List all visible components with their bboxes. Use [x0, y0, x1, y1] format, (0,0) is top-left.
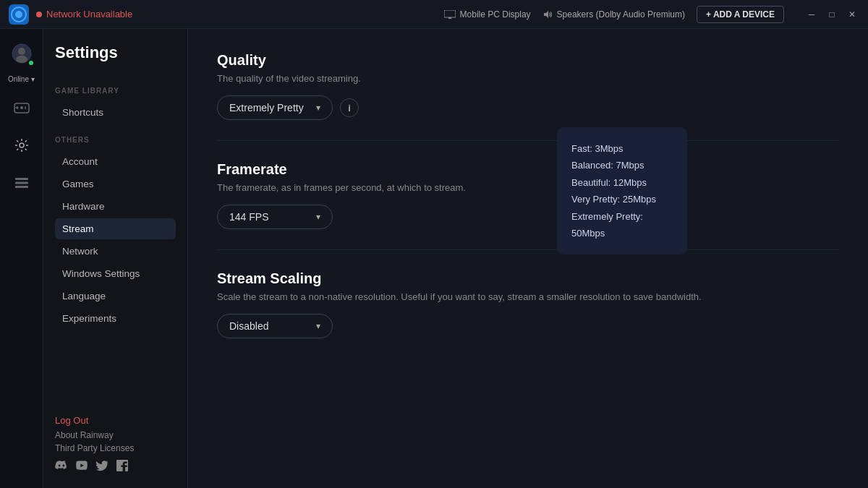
svg-rect-3: [444, 10, 456, 17]
framerate-chevron-icon: ▾: [316, 212, 320, 222]
online-badge: [27, 59, 35, 67]
online-label[interactable]: Online ▾: [8, 75, 35, 83]
svg-rect-14: [25, 108, 26, 110]
svg-point-2: [15, 11, 22, 18]
avatar-button[interactable]: [6, 38, 38, 69]
sidebar-icon-games[interactable]: [6, 92, 38, 124]
display-label: Mobile PC Display: [460, 9, 531, 20]
close-button[interactable]: ✕: [845, 7, 859, 22]
network-dot: [36, 12, 42, 17]
about-link[interactable]: About Rainway: [55, 430, 176, 440]
sidebar-item-games[interactable]: Games: [55, 174, 176, 194]
divider-2: [217, 249, 839, 250]
sidebar-item-account[interactable]: Account: [55, 151, 176, 172]
titlebar-right: Mobile PC Display Speakers (Dolby Audio …: [444, 6, 859, 23]
discord-icon[interactable]: [55, 459, 69, 474]
online-label-row: Online ▾: [8, 75, 35, 83]
svg-point-8: [16, 56, 27, 63]
sidebar-item-experiments[interactable]: Experiments: [55, 308, 176, 329]
tooltip-line-1: Fast: 3Mbps: [571, 140, 673, 157]
speaker-label: Speakers (Dolby Audio Premium): [557, 9, 685, 20]
stream-scaling-controls: Disabled ▾: [217, 314, 839, 338]
stream-scaling-dropdown-value: Disabled: [229, 320, 268, 332]
divider-1: [217, 140, 839, 141]
app-icon: [9, 4, 29, 25]
sidebar-item-shortcuts[interactable]: Shortcuts: [55, 102, 176, 123]
main-layout: Online ▾: [0, 29, 868, 488]
speaker-info: Speakers (Dolby Audio Premium): [542, 9, 685, 20]
settings-icon: [14, 137, 30, 153]
games-icon: [14, 100, 30, 116]
svg-rect-18: [15, 186, 28, 188]
framerate-section: Framerate The framerate, as in frames pe…: [217, 161, 839, 229]
tooltip-line-2: Balanced: 7Mbps: [571, 157, 673, 174]
framerate-dropdown-value: 144 FPS: [229, 211, 268, 223]
sidebar-item-network[interactable]: Network: [55, 241, 176, 262]
stream-scaling-dropdown[interactable]: Disabled ▾: [217, 314, 333, 338]
sidebar-icon-settings[interactable]: [6, 129, 38, 161]
tooltip-line-3: Beautiful: 12Mbps: [571, 174, 673, 191]
svg-point-15: [20, 143, 24, 147]
quality-info-button[interactable]: i: [340, 98, 359, 117]
window-controls: ─ □ ✕: [804, 7, 859, 22]
logout-link[interactable]: Log Out: [55, 415, 176, 426]
quality-section: Quality The quality of the video streami…: [217, 52, 839, 120]
tooltip-line-5: Extremely Pretty:50Mbps: [571, 208, 673, 242]
twitter-icon[interactable]: [95, 459, 110, 474]
network-status-label: Network Unavailable: [46, 9, 132, 20]
game-library-section-label: GAME LIBRARY: [55, 87, 176, 95]
framerate-dropdown[interactable]: 144 FPS ▾: [217, 205, 333, 229]
quality-chevron-icon: ▾: [316, 103, 320, 113]
sidebar-item-language[interactable]: Language: [55, 286, 176, 307]
tooltip-line-4: Very Pretty: 25Mbps: [571, 191, 673, 207]
quality-controls: Extremely Pretty ▾ i: [217, 95, 839, 120]
social-icons: [55, 459, 176, 474]
sidebar-footer: Log Out About Rainway Third Party Licens…: [55, 415, 176, 474]
list-icon: [14, 175, 30, 191]
sidebar-icon-list[interactable]: [6, 167, 38, 199]
stream-scaling-desc: Scale the stream to a non-native resolut…: [217, 291, 839, 302]
svg-marker-5: [544, 11, 548, 18]
add-device-button[interactable]: + ADD A DEVICE: [697, 6, 784, 23]
facebook-icon[interactable]: [116, 459, 130, 474]
svg-rect-4: [448, 17, 451, 19]
sidebar-item-stream[interactable]: Stream: [55, 218, 176, 239]
sidebar-item-windows-settings[interactable]: Windows Settings: [55, 263, 176, 284]
quality-title: Quality: [217, 52, 839, 69]
svg-rect-12: [15, 107, 18, 108]
others-section-label: OTHERS: [55, 136, 176, 144]
framerate-controls: 144 FPS ▾: [217, 205, 839, 229]
stream-scaling-section: Stream Scaling Scale the stream to a non…: [217, 270, 839, 338]
minimize-button[interactable]: ─: [804, 7, 819, 22]
display-info: Mobile PC Display: [444, 9, 531, 20]
framerate-desc: The framerate, as in frames per second, …: [217, 182, 839, 193]
licenses-link[interactable]: Third Party Licenses: [55, 443, 176, 453]
stream-scaling-chevron-icon: ▾: [316, 321, 320, 331]
icon-sidebar: Online ▾: [0, 29, 43, 488]
network-status: Network Unavailable: [36, 9, 132, 20]
main-content: Quality The quality of the video streami…: [188, 29, 868, 488]
quality-desc: The quality of the video streaming.: [217, 73, 839, 84]
monitor-icon: [444, 10, 456, 19]
quality-tooltip: Fast: 3Mbps Balanced: 7Mbps Beautiful: 1…: [557, 127, 687, 254]
stream-scaling-title: Stream Scaling: [217, 270, 839, 287]
maximize-button[interactable]: □: [825, 7, 839, 22]
svg-point-10: [20, 106, 23, 109]
svg-rect-16: [15, 178, 28, 180]
svg-point-7: [18, 48, 25, 55]
youtube-icon[interactable]: [75, 459, 90, 474]
quality-dropdown[interactable]: Extremely Pretty ▾: [217, 95, 333, 120]
speaker-icon: [542, 9, 553, 20]
sidebar-item-hardware[interactable]: Hardware: [55, 196, 176, 217]
svg-rect-13: [25, 107, 26, 108]
framerate-title: Framerate: [217, 161, 839, 178]
settings-sidebar: Settings GAME LIBRARY Shortcuts OTHERS A…: [43, 29, 188, 488]
settings-title: Settings: [55, 43, 176, 62]
titlebar: Network Unavailable Mobile PC Display Sp…: [0, 0, 868, 29]
svg-rect-17: [15, 182, 28, 184]
quality-dropdown-value: Extremely Pretty: [229, 102, 304, 114]
